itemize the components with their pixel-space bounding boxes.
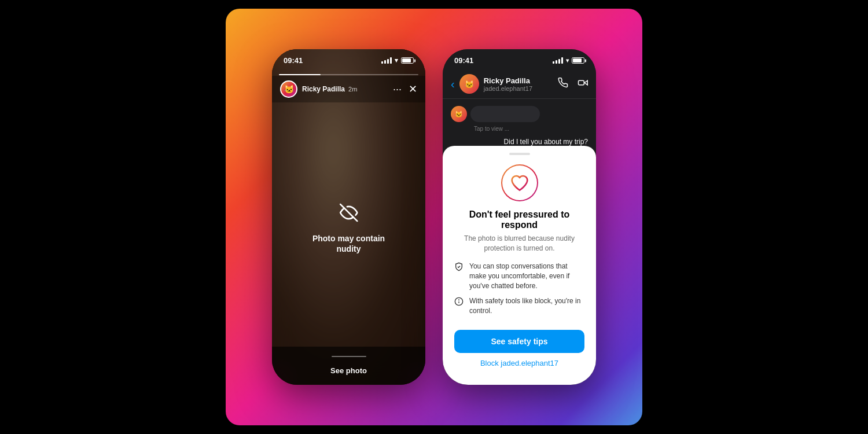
- back-button[interactable]: ‹: [451, 78, 455, 91]
- sheet-subtitle: The photo is blurred because nudity prot…: [454, 234, 584, 253]
- chat-action-icons[interactable]: [558, 78, 588, 91]
- signal-left: [381, 57, 392, 64]
- close-icon[interactable]: ✕: [409, 83, 417, 95]
- sender-avatar: 🐱: [451, 106, 467, 122]
- phone-icon[interactable]: [558, 78, 568, 91]
- svg-rect-1: [579, 80, 584, 85]
- time-left: 09:41: [284, 56, 303, 65]
- battery-right: [572, 57, 584, 64]
- tip-2: With safety tools like block, you're in …: [454, 296, 584, 316]
- nudity-warning: Photo may contain nudity: [310, 204, 387, 254]
- status-bar-right: 09:41 ▾: [443, 49, 596, 69]
- tip-2-text: With safety tools like block, you're in …: [469, 296, 584, 316]
- sheet-handle: [509, 153, 530, 155]
- story-avatar: 🐱: [280, 80, 297, 98]
- time-right: 09:41: [454, 56, 473, 65]
- status-bar-left: 09:41 ▾: [272, 49, 425, 69]
- tip-1-text: You can stop conversations that make you…: [469, 262, 584, 290]
- wifi-icon-left: ▾: [395, 57, 398, 64]
- chat-username: Ricky Padilla: [484, 76, 532, 85]
- nudity-warning-text: Photo may contain nudity: [312, 234, 385, 253]
- story-header: 🐱 Ricky Padilla 2m ··· ✕: [272, 76, 425, 102]
- battery-left: [401, 57, 414, 64]
- tip-1: You can stop conversations that make you…: [454, 262, 584, 290]
- tap-to-view-text[interactable]: Tap to view ...: [474, 126, 588, 132]
- shield-tip-icon: [454, 262, 464, 274]
- gradient-background: 09:41 ▾: [226, 9, 642, 425]
- chat-header: ‹ 🐱 Ricky Padilla jaded.elephant17: [443, 69, 596, 99]
- phone-left: 09:41 ▾: [272, 49, 425, 385]
- blurred-image-message[interactable]: [470, 106, 540, 122]
- story-user: 🐱 Ricky Padilla 2m: [280, 80, 357, 98]
- heart-logo: [501, 164, 538, 201]
- chat-user-info: 🐱 Ricky Padilla jaded.elephant17: [459, 74, 558, 94]
- chat-avatar: 🐱: [459, 74, 479, 94]
- bottom-sheet: Don't feel pressured to respond The phot…: [443, 146, 596, 385]
- story-username: Ricky Padilla: [302, 85, 345, 93]
- sheet-title: Don't feel pressured to respond: [454, 209, 584, 230]
- eye-slash-icon: [310, 204, 387, 226]
- svg-marker-2: [584, 80, 587, 85]
- story-actions[interactable]: ··· ✕: [393, 83, 417, 95]
- signal-right: [553, 57, 563, 64]
- see-safety-tips-button[interactable]: See safety tips: [454, 330, 584, 353]
- info-tip-icon: [454, 297, 464, 308]
- phone-right: 09:41 ▾ ‹ 🐱: [443, 49, 596, 385]
- block-link[interactable]: Block jaded.elephant17: [454, 359, 584, 367]
- see-photo-bar[interactable]: See photo: [272, 347, 425, 385]
- video-icon[interactable]: [578, 78, 588, 91]
- see-photo-divider: [332, 356, 366, 357]
- story-time: 2m: [348, 86, 357, 93]
- more-icon[interactable]: ···: [393, 83, 402, 95]
- see-photo-text[interactable]: See photo: [330, 366, 367, 375]
- wifi-icon-right: ▾: [566, 57, 569, 64]
- chat-handle: jaded.elephant17: [484, 85, 532, 92]
